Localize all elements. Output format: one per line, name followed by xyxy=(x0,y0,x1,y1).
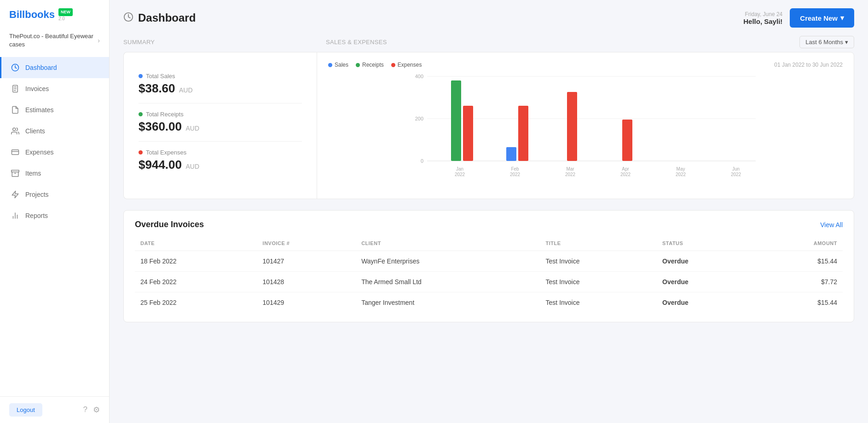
sidebar-item-expenses[interactable]: Expenses xyxy=(0,142,109,163)
cell-date: 24 Feb 2022 xyxy=(135,272,257,292)
cell-title: Test Invoice xyxy=(540,292,657,313)
legend-sales-label: Sales xyxy=(335,62,348,68)
cell-amount: $15.44 xyxy=(753,292,843,313)
cell-date: 25 Feb 2022 xyxy=(135,292,257,313)
invoices-table: DATE INVOICE # CLIENT TITLE STATUS AMOUN… xyxy=(135,237,843,313)
workspace-name: ThePout.co - Beautiful Eyewear cases xyxy=(9,32,98,49)
dropdown-arrow-icon: ▾ xyxy=(840,14,844,22)
svg-text:2022: 2022 xyxy=(731,172,741,177)
legend-expenses: Expenses xyxy=(391,62,422,68)
content-area: Summary Sales & Expenses Last 6 Months ▾… xyxy=(110,32,868,423)
page-title: Dashboard xyxy=(138,11,196,24)
chart-area: 400 200 0 xyxy=(328,72,843,191)
cell-invoice-num: 101427 xyxy=(257,251,356,272)
nav-menu: Dashboard Invoices Estimates xyxy=(0,55,109,396)
estimates-icon xyxy=(11,105,20,114)
col-invoice-num: INVOICE # xyxy=(257,237,356,251)
table-row: 18 Feb 2022 101427 WaynFe Enterprises Te… xyxy=(135,251,843,272)
greeting-text: Hello, Sayli! xyxy=(743,17,782,25)
help-icon[interactable]: ? xyxy=(83,405,87,415)
cell-invoice-num: 101428 xyxy=(257,272,356,292)
dashboard-icon xyxy=(11,63,20,72)
sidebar-item-label: Dashboard xyxy=(25,64,57,71)
logo-text: Billbooks xyxy=(9,9,55,21)
sidebar-item-label: Items xyxy=(25,170,41,177)
sidebar-item-dashboard[interactable]: Dashboard xyxy=(0,57,109,78)
cell-invoice-num: 101429 xyxy=(257,292,356,313)
svg-marker-10 xyxy=(12,191,18,198)
svg-text:400: 400 xyxy=(415,74,423,79)
legend-receipts-dot xyxy=(356,63,360,67)
expenses-icon xyxy=(11,148,20,157)
chart-section-label: Sales & Expenses xyxy=(326,39,387,46)
total-receipts-amount: $360.00 AUD xyxy=(139,120,302,134)
svg-text:Jun: Jun xyxy=(732,166,740,171)
page-title-wrap: Dashboard xyxy=(123,11,196,24)
overdue-title: Overdue Invoices xyxy=(135,220,204,229)
cell-client: Tanger Investment xyxy=(356,292,540,313)
bar-chart: 400 200 0 xyxy=(328,72,843,191)
main-content: Dashboard Friday, June 24 Hello, Sayli! … xyxy=(110,0,868,423)
sidebar-item-items[interactable]: Items xyxy=(0,163,109,184)
invoices-icon xyxy=(11,84,20,93)
total-sales-amount: $38.60 AUD xyxy=(139,81,302,96)
date-filter-button[interactable]: Last 6 Months ▾ xyxy=(799,36,854,48)
legend-expenses-label: Expenses xyxy=(398,62,422,68)
total-sales-row: Total Sales $38.60 AUD xyxy=(139,65,302,103)
receipts-dot xyxy=(139,112,143,116)
legend-sales-dot xyxy=(328,63,332,67)
legend-expenses-dot xyxy=(391,63,395,67)
legend-receipts: Receipts xyxy=(356,62,384,68)
sidebar: Billbooks NEW 2.0 ThePout.co - Beautiful… xyxy=(0,0,110,423)
date-hello: Friday, June 24 Hello, Sayli! xyxy=(743,11,782,25)
bar-apr-expenses xyxy=(622,120,632,161)
filter-dropdown-icon: ▾ xyxy=(845,39,848,46)
projects-icon xyxy=(11,190,20,199)
svg-rect-8 xyxy=(12,170,19,172)
svg-text:2022: 2022 xyxy=(510,172,521,177)
top-section: Total Sales $38.60 AUD Total Receipts $3… xyxy=(123,52,854,199)
view-all-link[interactable]: View All xyxy=(820,221,843,229)
svg-text:200: 200 xyxy=(415,116,423,121)
total-expenses-amount: $944.00 AUD xyxy=(139,158,302,172)
topbar-right: Friday, June 24 Hello, Sayli! Create New… xyxy=(743,8,854,28)
reports-icon xyxy=(11,211,20,220)
total-receipts-row: Total Receipts $360.00 AUD xyxy=(139,103,302,142)
total-expenses-row: Total Expenses $944.00 AUD xyxy=(139,142,302,179)
summary-card: Total Sales $38.60 AUD Total Receipts $3… xyxy=(123,52,317,199)
sidebar-item-label: Expenses xyxy=(25,149,53,156)
sidebar-item-label: Estimates xyxy=(25,106,53,114)
bar-mar-expenses xyxy=(567,92,577,161)
overdue-invoices-section: Overdue Invoices View All DATE INVOICE #… xyxy=(123,210,854,322)
logo: Billbooks NEW 2.0 xyxy=(0,0,109,28)
workspace-selector[interactable]: ThePout.co - Beautiful Eyewear cases › xyxy=(0,28,109,55)
summary-section-label: Summary xyxy=(123,39,155,46)
svg-text:Mar: Mar xyxy=(566,166,574,171)
sidebar-item-label: Clients xyxy=(25,127,45,135)
cell-title: Test Invoice xyxy=(540,272,657,292)
settings-icon[interactable]: ⚙ xyxy=(93,405,100,415)
col-amount: AMOUNT xyxy=(753,237,843,251)
col-title: TITLE xyxy=(540,237,657,251)
sidebar-item-estimates[interactable]: Estimates xyxy=(0,99,109,120)
logout-button[interactable]: Logout xyxy=(9,403,42,417)
overdue-header: Overdue Invoices View All xyxy=(135,220,843,229)
chart-date-range: 01 Jan 2022 to 30 Jun 2022 xyxy=(774,62,843,68)
col-date: DATE xyxy=(135,237,257,251)
expenses-dot xyxy=(139,150,143,154)
create-new-button[interactable]: Create New ▾ xyxy=(790,8,854,28)
svg-text:2022: 2022 xyxy=(565,172,576,177)
chart-header: Sales Receipts Expenses 01 Jan 2022 to 3… xyxy=(328,62,843,68)
sidebar-footer: Logout ? ⚙ xyxy=(0,396,109,423)
chevron-right-icon: › xyxy=(98,37,100,44)
table-row: 25 Feb 2022 101429 Tanger Investment Tes… xyxy=(135,292,843,313)
svg-text:Feb: Feb xyxy=(511,166,519,171)
sidebar-item-clients[interactable]: Clients xyxy=(0,120,109,142)
svg-point-5 xyxy=(13,128,16,131)
sidebar-item-invoices[interactable]: Invoices xyxy=(0,78,109,99)
bar-jan-receipts xyxy=(451,80,461,161)
sidebar-item-projects[interactable]: Projects xyxy=(0,184,109,205)
legend-sales: Sales xyxy=(328,62,348,68)
sidebar-item-reports[interactable]: Reports xyxy=(0,205,109,226)
cell-status: Overdue xyxy=(657,251,753,272)
